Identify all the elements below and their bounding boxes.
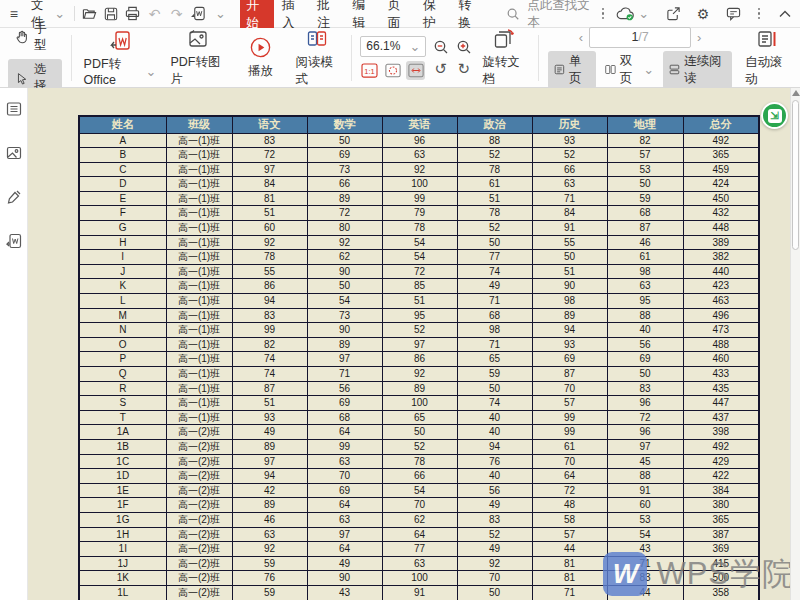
vertical-scrollbar[interactable] xyxy=(790,88,800,600)
table-row: 1G高一(2)班466362835853365 xyxy=(79,512,759,527)
table-row: N高一(1)班999052989440473 xyxy=(79,323,759,338)
table-cell: 高一(1)班 xyxy=(166,337,232,352)
zoom-in-icon[interactable] xyxy=(454,38,473,57)
export-word-icon[interactable] xyxy=(191,5,207,23)
feedback-comment-icon[interactable] xyxy=(724,5,742,23)
zoom-out-icon[interactable] xyxy=(431,38,450,57)
divider xyxy=(74,6,75,21)
print-icon[interactable] xyxy=(125,5,141,23)
table-cell: R xyxy=(79,381,166,396)
column-header: 姓名 xyxy=(79,116,166,133)
rotate-left-icon[interactable]: ↺ xyxy=(431,59,450,78)
more-options-icon[interactable] xyxy=(754,8,764,20)
next-page-button[interactable]: › xyxy=(697,30,701,45)
cloud-sync-button[interactable]: ⌄ xyxy=(613,4,652,23)
hand-tool-button[interactable]: 手型 xyxy=(8,18,62,56)
table-cell: 94 xyxy=(532,323,607,338)
column-header: 政治 xyxy=(457,116,532,133)
settings-gear-icon[interactable]: ⚙ xyxy=(694,5,712,23)
actual-size-button[interactable]: 1:1 xyxy=(360,61,379,80)
sign-pen-panel-icon[interactable] xyxy=(5,188,23,206)
table-row: H高一(1)班929254505546389 xyxy=(79,235,759,250)
watermark-text: WPS学院 xyxy=(656,553,794,595)
scroll-up-icon[interactable] xyxy=(792,90,800,96)
double-page-label: 双页 xyxy=(620,53,639,87)
prev-page-button[interactable]: ‹ xyxy=(579,30,583,45)
table-cell: 99 xyxy=(382,191,457,206)
scrollbar-thumb[interactable] xyxy=(792,100,799,250)
table-cell: 100 xyxy=(382,177,457,192)
divider xyxy=(351,35,352,81)
double-page-button[interactable]: 双页 ⌄ xyxy=(599,51,660,89)
table-cell: C xyxy=(79,162,166,177)
table-cell: 98 xyxy=(457,323,532,338)
table-cell: 83 xyxy=(232,133,307,148)
column-header: 英语 xyxy=(382,116,457,133)
play-button[interactable]: 播放 xyxy=(232,34,288,82)
wps-assistant-button[interactable]: ⇲ xyxy=(761,102,788,129)
table-cell: 433 xyxy=(683,367,759,382)
fit-width-button[interactable] xyxy=(406,61,425,80)
read-mode-label: 阅读模式 xyxy=(295,54,339,88)
table-cell: 473 xyxy=(683,323,759,338)
assistant-icon: ⇲ xyxy=(768,109,782,123)
table-cell: 71 xyxy=(307,367,382,382)
redo-icon[interactable]: ↷ xyxy=(169,5,185,23)
table-cell: 51 xyxy=(382,294,457,309)
table-cell: 高一(1)班 xyxy=(166,191,232,206)
table-cell: 99 xyxy=(232,323,307,338)
search-options-icon[interactable] xyxy=(598,8,607,20)
table-cell: 81 xyxy=(232,191,307,206)
table-cell: 93 xyxy=(532,337,607,352)
rotate-right-icon[interactable]: ↻ xyxy=(454,59,473,78)
table-cell: 68 xyxy=(457,308,532,323)
table-cell: 高一(1)班 xyxy=(166,177,232,192)
collapse-toolbar-icon[interactable] xyxy=(776,5,794,23)
single-page-button[interactable]: 单页 xyxy=(548,51,596,89)
auto-scroll-button[interactable]: 自动滚动 xyxy=(738,25,796,90)
pdf-page[interactable]: 姓名班级语文数学英语政治历史地理总分 A高一(1)班83509688938249… xyxy=(28,88,800,600)
table-cell: 1G xyxy=(79,512,166,527)
table-cell: 1E xyxy=(79,483,166,498)
table-cell: 60 xyxy=(232,221,307,236)
continuous-read-button[interactable]: 连续阅读 xyxy=(663,51,732,89)
table-cell: 50 xyxy=(457,585,532,600)
table-cell: 51 xyxy=(232,206,307,221)
table-cell: 437 xyxy=(683,410,759,425)
export-panel-icon[interactable] xyxy=(5,232,23,250)
toolbar-more-icon[interactable]: ⌄ xyxy=(212,5,228,23)
outline-panel-icon[interactable] xyxy=(5,100,23,118)
zoom-level-select[interactable]: 66.1% ⌄ xyxy=(360,36,426,57)
wps-logo: W xyxy=(603,552,647,596)
table-body: A高一(1)班835096889382492B高一(1)班72696352525… xyxy=(79,133,759,600)
table-cell: 高一(2)班 xyxy=(166,542,232,557)
table-cell: J xyxy=(79,264,166,279)
undo-icon[interactable]: ↶ xyxy=(147,5,163,23)
column-header: 地理 xyxy=(607,116,683,133)
wps-pdf-window: ≡ 文件 ⌄ ↶ ↷ ⌄ 开始插入批注编辑页面保护转换 点此查找文本 xyxy=(0,0,800,600)
read-mode-button[interactable]: 阅读模式 xyxy=(288,25,346,90)
pdf-to-image-button[interactable]: PDF转图片 xyxy=(163,25,232,90)
pdf-to-office-label: PDF转Office xyxy=(84,56,144,87)
table-cell: 382 xyxy=(683,250,759,265)
pdf-to-office-button[interactable]: PDF转Office ⌄ xyxy=(77,27,164,89)
rotate-document-button[interactable]: 旋转文档 xyxy=(475,25,533,90)
fit-page-button[interactable] xyxy=(383,61,402,80)
table-cell: 70 xyxy=(532,454,607,469)
page-number-input[interactable]: 1/7 xyxy=(589,27,691,48)
table-cell: T xyxy=(79,410,166,425)
thumbnails-panel-icon[interactable] xyxy=(5,144,23,162)
cursor-icon xyxy=(15,69,30,87)
table-cell: 高一(2)班 xyxy=(166,585,232,600)
table-row: F高一(1)班517279788468432 xyxy=(79,206,759,221)
table-cell: 92 xyxy=(232,542,307,557)
auto-scroll-icon xyxy=(755,27,779,51)
share-icon[interactable] xyxy=(664,5,682,23)
table-cell: H xyxy=(79,235,166,250)
save-icon[interactable] xyxy=(103,5,119,23)
table-cell: 高一(1)班 xyxy=(166,381,232,396)
table-cell: 61 xyxy=(532,439,607,454)
table-cell: 49 xyxy=(307,556,382,571)
table-cell: 92 xyxy=(382,162,457,177)
open-file-icon[interactable] xyxy=(81,5,97,23)
